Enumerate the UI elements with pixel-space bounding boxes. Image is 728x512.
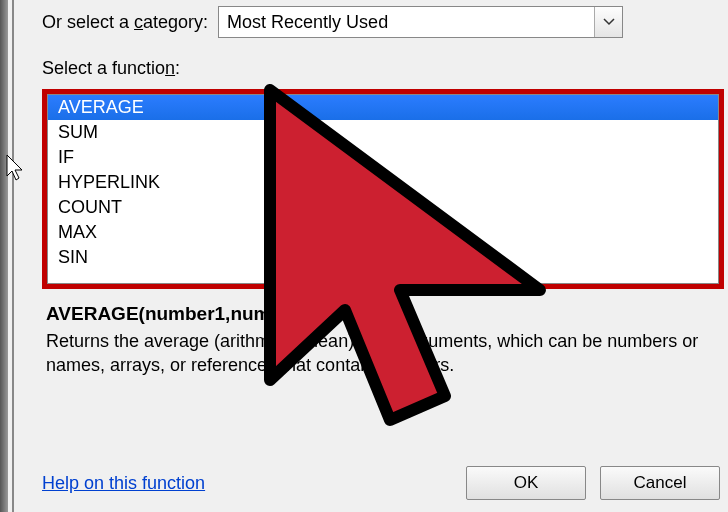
category-label-suffix: ategory: [143, 12, 208, 32]
list-item[interactable]: COUNT [48, 195, 718, 220]
select-function-label: Select a function: [14, 44, 728, 85]
select-fn-prefix: Select a functio [42, 58, 165, 78]
function-signature: AVERAGE(number1,numb [46, 303, 700, 325]
function-listbox[interactable]: AVERAGE SUM IF HYPERLINK COUNT MAX SIN [47, 94, 719, 284]
list-item[interactable]: SUM [48, 120, 718, 145]
function-description-area: AVERAGE(number1,numb Returns the average… [14, 293, 728, 394]
category-dropdown[interactable]: Most Recently Used [218, 6, 623, 38]
help-link[interactable]: Help on this function [42, 473, 205, 494]
list-item[interactable]: HYPERLINK [48, 170, 718, 195]
category-label-key: c [134, 12, 143, 32]
button-group: OK Cancel [466, 466, 728, 500]
category-label-prefix: Or select a [42, 12, 134, 32]
category-value: Most Recently Used [227, 12, 388, 33]
function-description: Returns the average (arithmetic mean) of… [46, 329, 700, 378]
list-item[interactable]: IF [48, 145, 718, 170]
category-row: Or select a category: Most Recently Used [14, 0, 728, 44]
select-fn-suffix: : [175, 58, 180, 78]
insert-function-dialog: Or select a category: Most Recently Used… [12, 0, 728, 512]
cancel-button[interactable]: Cancel [600, 466, 720, 500]
list-item[interactable]: AVERAGE [48, 95, 718, 120]
select-fn-key: n [165, 58, 175, 78]
list-item[interactable]: MAX [48, 220, 718, 245]
dialog-bottom-row: Help on this function OK Cancel [42, 466, 728, 500]
list-item[interactable]: SIN [48, 245, 718, 270]
category-label: Or select a category: [42, 12, 208, 33]
function-list-highlight: AVERAGE SUM IF HYPERLINK COUNT MAX SIN [42, 89, 724, 289]
chevron-down-icon[interactable] [594, 7, 622, 37]
ok-button[interactable]: OK [466, 466, 586, 500]
